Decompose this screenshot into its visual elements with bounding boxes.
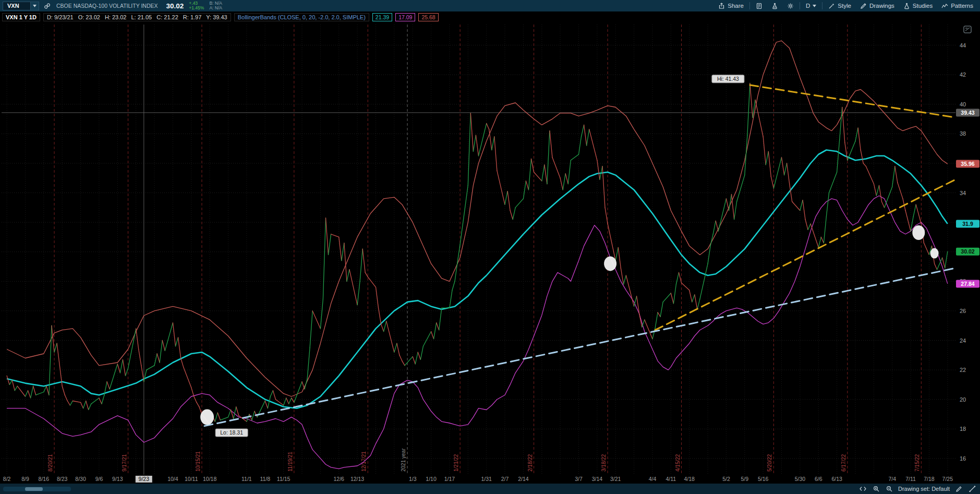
expiration-label: 1/21/22 xyxy=(453,454,459,472)
x-axis-label: 12/13 xyxy=(350,476,364,482)
expiration-label: 7/15/22 xyxy=(914,454,920,472)
study-value-upperband: 25.68 xyxy=(418,13,438,21)
zoom-fit-button[interactable] xyxy=(872,486,880,492)
link-icon[interactable] xyxy=(42,3,52,9)
chart-area: 2021 year8/20/219/17/2110/15/2111/19/211… xyxy=(0,22,980,484)
x-axis-label: 3/21 xyxy=(610,476,621,482)
ohlc-high: H: 23.02 xyxy=(105,14,127,20)
statusbar-right: Drawing set: Default xyxy=(858,486,977,492)
symbol-dropdown-button[interactable] xyxy=(30,2,39,10)
study-label[interactable]: BollingerBands (CLOSE, 0, 20, -2.0, 2.0,… xyxy=(234,13,369,21)
style-wand-icon xyxy=(828,3,835,9)
axis-price-bubble-text: 35.96 xyxy=(961,161,974,167)
axis-price-bubble-text: 30.02 xyxy=(961,248,974,255)
toolbar-divider xyxy=(749,2,750,9)
low-annotation-text: Lo: 18.31 xyxy=(220,429,243,436)
zoom-out-icon xyxy=(886,486,892,492)
pan-arrows-icon xyxy=(860,486,866,492)
y-axis-label: 34 xyxy=(960,190,966,196)
x-axis-label: 6/13 xyxy=(831,476,842,482)
x-axis-label: 8/30 xyxy=(75,476,86,482)
x-axis-label: 4/4 xyxy=(649,476,657,482)
axis-price-bubble-text: 39.43 xyxy=(961,110,974,116)
chart-info-bar: VXN 1 Y 1D D: 9/23/21 O: 23.02 H: 23.02 … xyxy=(0,11,980,22)
y-axis-label: 38 xyxy=(960,130,966,137)
pivot-ellipse-marker[interactable] xyxy=(200,409,214,425)
notes-button[interactable] xyxy=(752,0,767,11)
patterns-button[interactable]: Patterns xyxy=(937,0,977,11)
symbol-description: CBOE NASDAQ-100 VOLATILITY INDEX xyxy=(56,3,158,9)
study-name: BollingerBands (CLOSE, 0, 20, -2.0, 2.0,… xyxy=(238,14,366,20)
x-axis-label: 5/2 xyxy=(722,476,730,482)
statusbar-left xyxy=(3,487,71,491)
x-axis-label: 11/15 xyxy=(277,476,291,482)
x-axis-label: 7/25 xyxy=(942,476,953,482)
top-toolbar: VXN CBOE NASDAQ-100 VOLATILITY INDEX 30.… xyxy=(0,0,980,11)
pivot-ellipse-marker[interactable] xyxy=(930,248,939,259)
pattern-zigzag-icon xyxy=(941,3,948,9)
x-axis-label: 11/1 xyxy=(241,476,252,482)
pivot-ellipse-marker[interactable] xyxy=(912,225,925,240)
y-axis-label: 42 xyxy=(960,71,966,78)
expiration-label: 8/20/21 xyxy=(47,454,53,472)
expiration-label: 9/17/21 xyxy=(122,454,127,472)
gear-icon xyxy=(787,3,794,9)
beaker-icon xyxy=(903,3,910,9)
y-axis-label: 18 xyxy=(960,426,966,432)
price-change: +.43 +1.45% xyxy=(189,1,204,11)
x-axis-label: 10/4 xyxy=(167,476,178,482)
share-icon xyxy=(718,3,725,9)
chart-settings-button[interactable] xyxy=(783,0,798,11)
chevron-down-icon xyxy=(33,5,37,7)
x-axis-label: 9/6 xyxy=(95,476,103,482)
x-axis-label: 9/13 xyxy=(112,476,123,482)
y-axis-label: 16 xyxy=(960,455,966,462)
chart-symbol-timeframe[interactable]: VXN 1 Y 1D xyxy=(2,13,40,21)
active-drawing-pencil-button[interactable] xyxy=(954,486,963,492)
x-axis-label: 3/14 xyxy=(592,476,603,482)
studies-button[interactable]: Studies xyxy=(899,0,937,11)
ohlc-close: C: 21.22 xyxy=(156,14,178,20)
y-axis-label: 44 xyxy=(960,42,966,49)
x-axis-label: 2/7 xyxy=(501,476,509,482)
scrollbar-thumb[interactable] xyxy=(25,487,43,491)
expiration-label: 4/15/22 xyxy=(675,454,681,472)
toolbar-divider xyxy=(822,2,822,9)
ohlc-range: R: 1.97 xyxy=(183,14,201,20)
study-value-lowerband: 17.09 xyxy=(395,13,415,21)
horizontal-scrollbar[interactable] xyxy=(3,487,71,491)
pan-left-right-button[interactable] xyxy=(858,486,867,492)
symbol-input[interactable]: VXN xyxy=(3,2,39,10)
beaker-icon xyxy=(771,3,778,9)
timeframe-button[interactable]: D xyxy=(802,0,820,11)
x-axis-label: 7/18 xyxy=(924,476,935,482)
x-axis-label: 4/11 xyxy=(666,476,676,482)
notes-icon xyxy=(756,3,763,9)
y-axis-label: 22 xyxy=(960,367,966,373)
x-axis-label: 5/30 xyxy=(795,476,806,482)
x-axis-label: 1/10 xyxy=(426,476,437,482)
x-axis-label: 4/18 xyxy=(684,476,695,482)
analyze-button[interactable] xyxy=(767,0,782,11)
pencil-icon xyxy=(860,3,867,9)
share-button[interactable]: Share xyxy=(714,0,748,11)
x-axis-label: 1/17 xyxy=(444,476,455,482)
trendline-icon xyxy=(969,486,976,492)
chart-canvas[interactable]: 2021 year8/20/219/17/2110/15/2111/19/211… xyxy=(0,22,980,484)
ohlc-readout: D: 9/23/21 O: 23.02 H: 23.02 L: 21.05 C:… xyxy=(43,13,231,21)
trendline-tool-button[interactable] xyxy=(968,486,977,492)
x-axis-label: 3/7 xyxy=(575,476,583,482)
y-axis-label: 40 xyxy=(960,101,966,107)
drawings-button[interactable]: Drawings xyxy=(856,0,899,11)
expiration-label: 6/17/22 xyxy=(841,454,846,472)
zoom-out-button[interactable] xyxy=(885,486,893,492)
drawing-set-label[interactable]: Drawing set: Default xyxy=(898,486,950,492)
symbol-value[interactable]: VXN xyxy=(3,3,30,9)
x-axis-label: 1/31 xyxy=(481,476,492,482)
style-button[interactable]: Style xyxy=(824,0,855,11)
study-value-midband: 21.39 xyxy=(372,13,392,21)
high-annotation-text: Hi: 41.43 xyxy=(717,76,739,82)
pivot-ellipse-marker[interactable] xyxy=(604,256,616,271)
crosshair-date-text: 9/23 xyxy=(139,476,150,482)
zoom-in-icon xyxy=(873,486,879,492)
